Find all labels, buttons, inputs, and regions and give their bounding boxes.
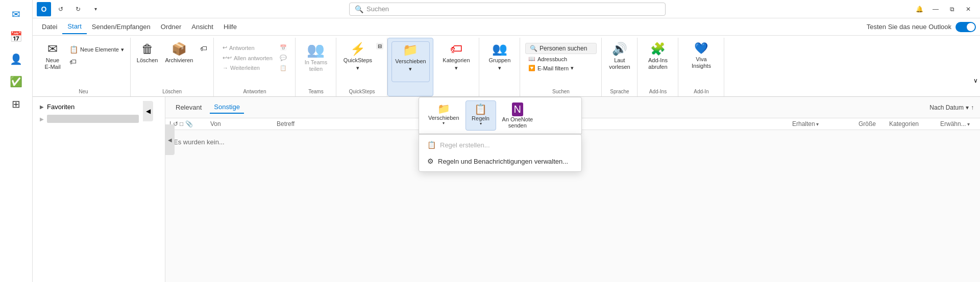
mentioned-filter-icon[interactable]: ▾ xyxy=(967,121,970,127)
neue-elemente-button[interactable]: 📋 Neue Elemente ▾ xyxy=(66,44,127,55)
sidebar-icon-people[interactable]: 👤 xyxy=(6,49,27,69)
verschieben-icon: 📁 xyxy=(403,44,418,56)
undo-button[interactable]: ↺ xyxy=(53,2,68,17)
loeschen-button[interactable]: 🗑 Löschen xyxy=(134,41,161,82)
gruppen-button[interactable]: 👥 Gruppen ▾ xyxy=(486,41,514,82)
dropdown-menu: 📋 Regel erstellen... ⚙ Regeln und Benach… xyxy=(419,134,582,172)
collapse-panel-button[interactable]: ◀ xyxy=(143,101,153,121)
chat-button[interactable]: 💬 xyxy=(277,53,290,63)
panel-collapse-button[interactable]: ◀ xyxy=(165,124,175,155)
new-outlook-toggle[interactable] xyxy=(955,22,976,32)
col-mentioned[interactable]: Erwähn... ▾ xyxy=(940,120,976,127)
outlook-icon: O xyxy=(37,2,51,16)
tab-relevant[interactable]: Relevant xyxy=(172,101,206,113)
col-from[interactable]: Von xyxy=(210,120,277,127)
menu-ordner[interactable]: Ordner xyxy=(156,20,186,34)
neue-email-button[interactable]: ✉ NeueE-Mail xyxy=(40,41,65,82)
ribbon-group-gruppen: 👥 Gruppen ▾ xyxy=(479,38,520,96)
verschieben-button[interactable]: 📁 Verschieben ▾ xyxy=(391,41,430,82)
meet-button[interactable]: 📅 xyxy=(277,43,290,53)
ribbon-label-suchen: Suchen xyxy=(520,89,601,94)
sidebar-icon-tasks[interactable]: ✅ xyxy=(6,71,27,92)
quicksteps-button[interactable]: ⚡ QuickSteps ▾ xyxy=(340,41,375,82)
blurred-folder-item[interactable]: ▶ xyxy=(37,113,161,125)
restore-button[interactable]: ⧉ xyxy=(944,2,960,17)
ribbon-items-quicksteps: ⚡ QuickSteps ▾ ⊟ xyxy=(340,38,383,96)
tab-sonstige[interactable]: Sonstige xyxy=(210,101,244,114)
dropdown-regeln-icon: 📋 xyxy=(474,103,487,115)
favoriten-item[interactable]: ▶ Favoriten xyxy=(37,101,161,113)
neue-email-label: NeueE-Mail xyxy=(44,57,60,70)
search-bar[interactable]: 🔍 Suchen xyxy=(349,3,666,16)
teams-label: In Teamsteilen xyxy=(305,59,327,72)
neue-elemente-arrow: ▾ xyxy=(121,46,124,53)
dropdown-onenote-btn[interactable]: N An OneNotesenden xyxy=(497,100,538,131)
sidebar-icon-calendar[interactable]: 📅 xyxy=(6,27,27,47)
laut-vorlesen-icon: 🔊 xyxy=(612,43,627,55)
allen-antworten-icon: ↩↩ xyxy=(223,55,232,61)
weiterleiten-label: Weiterleiten xyxy=(230,65,260,71)
loeschen-icon: 🗑 xyxy=(141,43,154,55)
kategorien-button[interactable]: 🏷 Kategorien ▾ xyxy=(439,41,473,82)
menu-hilfe[interactable]: Hilfe xyxy=(218,20,242,34)
sidebar-icon-apps[interactable]: ⊞ xyxy=(6,94,27,114)
menu-start[interactable]: Start xyxy=(62,19,86,34)
notification-button[interactable]: 🔔 xyxy=(912,2,927,17)
archivieren-button[interactable]: 📦 Archivieren xyxy=(162,41,196,82)
quicksteps-more-button[interactable]: ⊟ xyxy=(376,43,383,49)
sort-direction-icon[interactable]: ↑ xyxy=(971,104,974,111)
blurred-folder-label xyxy=(47,115,139,123)
ribbon-items-antworten: ↩ Antworten ↩↩ Allen antworten → Weiterl… xyxy=(219,38,290,96)
email-filtern-icon: 🔽 xyxy=(528,65,535,71)
col-received[interactable]: Erhalten ▾ xyxy=(792,120,859,127)
misc-button[interactable]: 📋 xyxy=(277,63,290,73)
col-categories[interactable]: Kategorien xyxy=(889,120,940,127)
reply-tag-button[interactable]: 🏷 xyxy=(66,56,127,67)
regel-erstellen-item[interactable]: 📋 Regel erstellen... xyxy=(419,137,581,153)
viva-insights-label: VivaInsights xyxy=(692,56,711,69)
regeln-verwalten-item[interactable]: ⚙ Regeln und Benachrichtigungen verwalte… xyxy=(419,153,581,169)
add-ins-abrufen-button[interactable]: 🧩 Add-Insabrufen xyxy=(645,41,671,82)
viva-insights-button[interactable]: 💙 VivaInsights xyxy=(689,41,714,82)
sort-dropdown-arrow[interactable]: ▾ xyxy=(966,104,969,111)
title-bar: O ↺ ↻ ▾ 🔍 Suchen 🔔 — ⧉ ✕ xyxy=(0,0,980,18)
ribbon-items-add-ins: 🧩 Add-Insabrufen xyxy=(645,38,671,96)
ribbon-expand-button[interactable]: ∨ xyxy=(973,77,978,84)
minimize-button[interactable]: — xyxy=(928,2,943,17)
dropdown-regeln-label: Regeln xyxy=(472,115,489,121)
menu-ansicht[interactable]: Ansicht xyxy=(186,20,218,34)
email-filtern-arrow: ▾ xyxy=(571,65,574,71)
col-size[interactable]: Größe xyxy=(859,120,889,127)
laut-vorlesen-button[interactable]: 🔊 Lautvorlesen xyxy=(606,41,633,82)
ribbon-items-suchen: 🔍 Personen suchen 📖 Adressbuch 🔽 E-Mail … xyxy=(525,38,597,96)
ribbon-items-verschieben: 📁 Verschieben ▾ xyxy=(391,38,430,96)
in-teams-teilen-button[interactable]: 👥 In Teamsteilen xyxy=(302,41,330,82)
neue-elemente-label: Neue Elemente xyxy=(80,46,119,53)
dropdown-header-row: 📁 Verschieben ▾ 📋 Regeln ▾ N An OneNotes… xyxy=(419,97,582,134)
ribbon-items-teams: 👥 In Teamsteilen xyxy=(302,38,330,96)
redo-button[interactable]: ↻ xyxy=(70,2,86,17)
personen-suchen-button[interactable]: 🔍 Personen suchen xyxy=(525,43,597,54)
weiterleiten-icon: → xyxy=(223,65,228,71)
close-button[interactable]: ✕ xyxy=(961,2,976,17)
email-filtern-button[interactable]: 🔽 E-Mail filtern ▾ xyxy=(525,64,597,72)
dropdown-regeln-btn[interactable]: 📋 Regeln ▾ xyxy=(465,100,496,131)
pin-button[interactable]: ▾ xyxy=(88,2,103,17)
title-bar-right: 🔔 — ⧉ ✕ xyxy=(912,2,976,17)
laut-vorlesen-label: Lautvorlesen xyxy=(609,57,630,70)
ribbon-group-loeschen: 🗑 Löschen 📦 Archivieren 🏷 Löschen xyxy=(131,38,214,96)
received-filter-icon[interactable]: ▾ xyxy=(816,121,819,127)
adressbuch-button[interactable]: 📖 Adressbuch xyxy=(525,55,597,63)
menu-senden-empfangen[interactable]: Senden/Empfangen xyxy=(87,20,156,34)
menu-datei[interactable]: Datei xyxy=(37,20,62,34)
allen-antworten-button[interactable]: ↩↩ Allen antworten xyxy=(219,53,276,63)
quicksteps-arrow: ▾ xyxy=(356,65,359,71)
antworten-button[interactable]: ↩ Antworten xyxy=(219,43,276,53)
sidebar: ✉ 📅 👤 ✅ ⊞ xyxy=(0,0,33,282)
email-filtern-label: E-Mail filtern xyxy=(537,65,569,71)
weiterleiten-button[interactable]: → Weiterleiten xyxy=(219,63,276,72)
sidebar-icon-mail[interactable]: ✉ xyxy=(6,4,27,24)
title-bar-center: 🔍 Suchen xyxy=(103,3,912,16)
policy-button[interactable]: 🏷 xyxy=(197,43,210,54)
dropdown-verschieben-btn[interactable]: 📁 Verschieben ▾ xyxy=(423,100,464,131)
